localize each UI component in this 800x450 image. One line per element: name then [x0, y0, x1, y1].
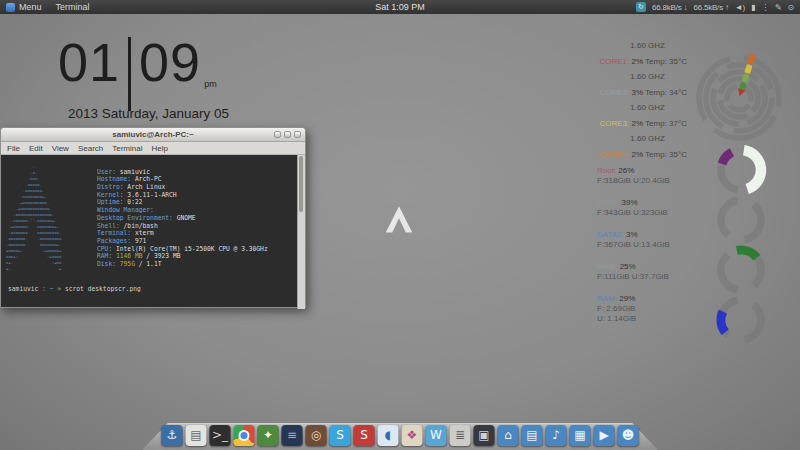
core-temp: Temp: 35°C	[645, 150, 687, 159]
core-label: CORE1:	[599, 57, 631, 66]
archey-value: 3.6.11-1-ARCH	[124, 191, 177, 198]
dock-lens-app[interactable]: ◎	[306, 425, 327, 446]
dock-file-manager[interactable]: ▤	[186, 425, 207, 446]
disk-usage-line: Win8: 25%	[597, 262, 727, 272]
active-window-label[interactable]: Terminal	[56, 2, 90, 12]
archey-label: CPU:	[97, 245, 112, 252]
dock-pictures-folder[interactable]: ▦	[570, 425, 591, 446]
archey-label: Disk:	[97, 260, 116, 267]
archey-label: Window Manager:	[97, 207, 154, 214]
archey-line: Disk: 795G / 1.1T	[97, 260, 293, 268]
archey-line: Hostname: Arch-PC	[97, 176, 293, 184]
terminal-menu-view[interactable]: View	[52, 144, 69, 153]
dock-skype[interactable]: S	[330, 425, 351, 446]
archey-value: 0:22	[124, 199, 143, 206]
dock-wave-app[interactable]: W	[426, 425, 447, 446]
archey-line: Uptime: 0:22	[97, 199, 293, 207]
arch-ascii-art: . .o. .ooo. .ooooo. .ooooooo. .oooooooo+…	[6, 164, 61, 272]
dock-red-s-app[interactable]: S	[354, 425, 375, 446]
terminal-menu-search[interactable]: Search	[78, 144, 103, 153]
tray-indicator-dots-icon[interactable]: ⋮	[761, 3, 769, 12]
terminal-menu-terminal[interactable]: Terminal	[112, 144, 142, 153]
close-button[interactable]	[294, 131, 301, 138]
dock-green-star-app[interactable]: ✦	[258, 425, 279, 446]
minimize-button[interactable]	[274, 131, 281, 138]
archey-value: Arch-PC	[131, 176, 161, 183]
data2-usage-arc	[737, 250, 757, 258]
dock-swirl-app[interactable]: ◖	[378, 425, 399, 446]
archey-label: User:	[97, 168, 116, 175]
core-frequency: 1.60 GHZ	[577, 38, 687, 54]
terminal-scrollbar[interactable]	[297, 155, 305, 309]
terminal-menu-help[interactable]: Help	[151, 144, 167, 153]
archey-value: xterm	[131, 230, 154, 237]
tray-edit-icon[interactable]: ✎	[775, 3, 782, 12]
dock-documents-folder[interactable]: ▤	[522, 425, 543, 446]
top-panel: Menu Terminal Sat 1:09 PM ↻66.8kB/s ↓66.…	[0, 0, 800, 14]
archey-line: Desktop Environment: GNOME	[97, 214, 293, 222]
system-tray: ↻66.8kB/s ↓66.5kB/s ↑◄)▮⋮✎⊙	[636, 2, 794, 12]
dock-videos-folder[interactable]: ▶	[594, 425, 615, 446]
archey-line: Distro: Arch Linux	[97, 183, 293, 191]
archey-value: GNOME	[173, 214, 196, 221]
dock-navy-app[interactable]: ≡	[282, 425, 303, 446]
tray-volume-icon[interactable]: ◄)	[735, 3, 745, 12]
dock-mixer-app[interactable]: ≣	[450, 425, 471, 446]
disk-percent: 25%	[620, 262, 636, 271]
ram-free: F: 2.69GiB	[597, 304, 727, 314]
archey-value: / 3923 MB	[143, 253, 181, 260]
distro-menu-icon[interactable]	[6, 3, 15, 12]
panel-clock[interactable]: Sat 1:09 PM	[375, 2, 425, 12]
tray-battery-icon[interactable]: ▮	[751, 3, 755, 12]
dock-docky-anchor[interactable]: ⚓	[162, 425, 183, 446]
prompt-command: scrot desktopscr.png	[65, 285, 141, 292]
core-stats: CORE2: 3% Temp: 34°C	[577, 85, 687, 101]
core-load: 2%	[631, 57, 645, 66]
root-usage-arc	[722, 152, 732, 164]
core-label: CORE2:	[599, 88, 631, 97]
clock-minute: 09	[139, 33, 201, 91]
terminal-menu-file[interactable]: File	[7, 144, 20, 153]
dock-music-folder[interactable]: ♪	[546, 425, 567, 446]
scrollbar-thumb[interactable]	[299, 156, 303, 212]
dock-home-folder[interactable]: ⌂	[498, 425, 519, 446]
maximize-button[interactable]	[284, 131, 291, 138]
dock-terminal-app[interactable]: >_	[210, 425, 231, 446]
core-temp: Temp: 37°C	[645, 119, 687, 128]
dock-user-switcher[interactable]: ☻	[618, 425, 639, 446]
terminal-menu-edit[interactable]: Edit	[29, 144, 43, 153]
dock-displays[interactable]: ▣	[474, 425, 495, 446]
tray-net-up-speed[interactable]: 66.5kB/s ↑	[693, 3, 728, 12]
disk-usage-line: DATA: 39%	[597, 198, 727, 208]
tray-updates-tray-icon[interactable]: ↻	[636, 2, 646, 12]
disk-detail: F:367GiB U:13.4GiB	[597, 240, 727, 250]
window-controls	[274, 131, 301, 138]
ram-label: RAM:	[597, 294, 619, 303]
core-frequency: 1.60 GHZ	[577, 69, 687, 85]
clock-meridiem: pm	[204, 79, 217, 89]
cpu-ring-segment	[727, 86, 737, 101]
core-stats: CORE3: 2% Temp: 37°C	[577, 116, 687, 132]
dock-paint-app[interactable]: ❖	[402, 425, 423, 446]
terminal-titlebar[interactable]: samiuvic@Arch-PC:~	[1, 128, 305, 142]
terminal-menubar: FileEditViewSearchTerminalHelp	[1, 142, 305, 155]
terminal-content[interactable]: . .o. .ooo. .ooooo. .ooooooo. .oooooooo+…	[1, 155, 305, 309]
dock-icons: ⚓▤>_✦≡◎SS◖❖W≣▣⌂▤♪▦▶☻	[162, 425, 639, 446]
disk-percent: 3%	[626, 230, 638, 239]
menu-button[interactable]: Menu	[19, 2, 42, 12]
archey-line: Terminal: xterm	[97, 230, 293, 238]
archey-info: User: samiuvicHostname: Arch-PCDistro: A…	[97, 168, 293, 268]
archey-line: Packages: 971	[97, 237, 293, 245]
disk-ring-segment	[745, 205, 762, 240]
terminal-title: samiuvic@Arch-PC:~	[112, 130, 193, 139]
archey-label: Packages:	[97, 237, 131, 244]
disk-percent: 26%	[618, 166, 634, 175]
tray-power-icon[interactable]: ⊙	[787, 3, 794, 12]
clock-separator	[128, 37, 131, 111]
tray-net-down-speed[interactable]: 66.8kB/s ↓	[652, 3, 687, 12]
archey-value: 971	[131, 237, 146, 244]
dock-chrome[interactable]	[234, 425, 255, 446]
archey-label: Desktop Environment:	[97, 214, 173, 221]
archey-highlight: 1146 MB	[112, 253, 142, 260]
archey-value: Arch Linux	[124, 183, 166, 190]
